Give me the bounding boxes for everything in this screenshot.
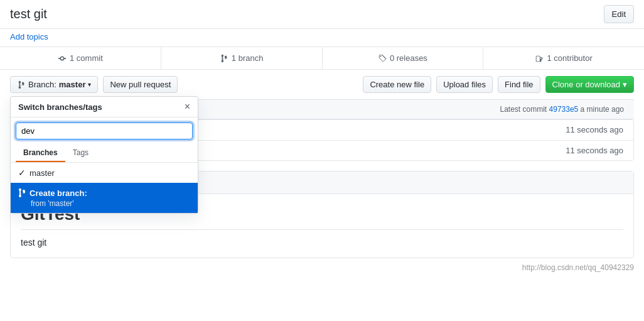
branch-item-master[interactable]: ✓ master	[11, 163, 198, 183]
contributors-icon	[535, 54, 544, 63]
branch-search-input[interactable]	[16, 122, 193, 139]
branch-dropdown: Switch branches/tags × Branches Tags ✓ m…	[10, 96, 198, 214]
releases-link[interactable]: 0 releases	[390, 53, 427, 63]
create-file-button[interactable]: Create new file	[363, 76, 431, 93]
branch-selector-button[interactable]: Branch: master ▾	[10, 76, 98, 93]
toolbar: Branch: master ▾ New pull request Switch…	[0, 70, 644, 99]
commit-hash-link[interactable]: 49733e5	[549, 105, 579, 114]
releases-stat: 0 releases	[323, 47, 484, 69]
dropdown-list: ✓ master Create branch: from 'master'	[11, 163, 198, 213]
stats-bar: 1 commit 1 branch 0 releases 1 contribut…	[0, 46, 644, 70]
branch-selector-icon	[17, 80, 26, 89]
repo-title: test git	[10, 7, 47, 21]
create-branch-title: Create branch:	[18, 188, 190, 198]
file-commit-cell: Initial commit	[146, 146, 529, 155]
toolbar-right: Create new file Upload files Find file C…	[363, 76, 634, 93]
contributors-stat: 1 contributor	[483, 47, 644, 69]
page-container: test git Edit Add topics 1 commit 1 bran…	[0, 0, 644, 321]
branch-label: Branch:	[28, 80, 56, 89]
create-branch-label: Create branch:	[30, 188, 87, 198]
dropdown-close-button[interactable]: ×	[185, 102, 190, 112]
tag-icon	[378, 54, 387, 63]
clone-or-download-button[interactable]: Clone or download ▾	[545, 76, 634, 93]
chevron-down-icon: ▾	[88, 81, 91, 88]
dropdown-title: Switch branches/tags	[18, 102, 102, 112]
find-file-button[interactable]: Find file	[498, 76, 540, 93]
upload-files-button[interactable]: Upload files	[436, 76, 493, 93]
contributors-link[interactable]: 1 contributor	[547, 53, 592, 63]
branch-icon	[220, 54, 228, 63]
branch-name: master	[59, 80, 86, 89]
readme-body: test git	[21, 237, 623, 248]
commit-time: a minute ago	[581, 105, 624, 114]
branches-link[interactable]: 1 branch	[232, 53, 264, 63]
branches-stat: 1 branch	[161, 47, 323, 69]
topics-bar: Add topics	[0, 29, 644, 46]
tab-branches[interactable]: Branches	[16, 144, 65, 162]
file-time-cell: 11 seconds ago	[529, 125, 623, 134]
add-topics-link[interactable]: Add topics	[10, 32, 48, 41]
tab-tags[interactable]: Tags	[65, 144, 96, 162]
commits-link[interactable]: 1 commit	[70, 53, 103, 63]
dropdown-search-area	[11, 117, 198, 144]
dropdown-header: Switch branches/tags ×	[11, 97, 198, 117]
new-pull-request-button[interactable]: New pull request	[103, 76, 178, 93]
watermark: http://blog.csdn.net/qq_40942329	[0, 258, 644, 277]
check-icon: ✓	[18, 168, 26, 178]
file-time-cell: 11 seconds ago	[529, 146, 623, 155]
branch-create-icon	[18, 188, 26, 198]
edit-button[interactable]: Edit	[604, 5, 634, 23]
commits-stat: 1 commit	[0, 47, 161, 69]
latest-commit-label: Latest commit	[500, 105, 547, 114]
create-branch-item[interactable]: Create branch: from 'master'	[11, 183, 198, 213]
clone-chevron-icon: ▾	[623, 80, 627, 89]
file-commit-cell: Initial commit	[146, 125, 529, 134]
dropdown-tabs: Branches Tags	[11, 144, 198, 163]
create-branch-from: from 'master'	[18, 199, 190, 208]
watermark-text: http://blog.csdn.net/qq_40942329	[522, 263, 634, 272]
branch-item-label: master	[30, 168, 55, 178]
clone-label: Clone or download	[552, 80, 620, 89]
repo-header: test git Edit	[0, 0, 644, 29]
commits-icon	[58, 54, 67, 63]
